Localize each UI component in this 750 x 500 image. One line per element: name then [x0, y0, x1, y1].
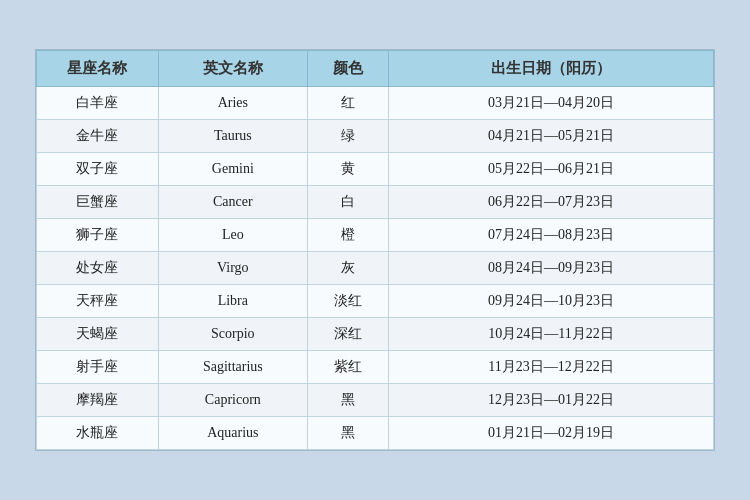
cell-english: Taurus — [158, 120, 307, 153]
cell-chinese: 射手座 — [37, 351, 159, 384]
cell-chinese: 处女座 — [37, 252, 159, 285]
cell-chinese: 巨蟹座 — [37, 186, 159, 219]
cell-color: 绿 — [307, 120, 388, 153]
table-row: 摩羯座Capricorn黑12月23日—01月22日 — [37, 384, 714, 417]
table-header-row: 星座名称 英文名称 颜色 出生日期（阳历） — [37, 51, 714, 87]
cell-chinese: 白羊座 — [37, 87, 159, 120]
cell-english: Gemini — [158, 153, 307, 186]
cell-color: 黑 — [307, 417, 388, 450]
table-row: 天蝎座Scorpio深红10月24日—11月22日 — [37, 318, 714, 351]
cell-english: Aquarius — [158, 417, 307, 450]
table-row: 射手座Sagittarius紫红11月23日—12月22日 — [37, 351, 714, 384]
cell-chinese: 双子座 — [37, 153, 159, 186]
cell-chinese: 摩羯座 — [37, 384, 159, 417]
table-row: 金牛座Taurus绿04月21日—05月21日 — [37, 120, 714, 153]
cell-english: Capricorn — [158, 384, 307, 417]
cell-color: 淡红 — [307, 285, 388, 318]
cell-color: 紫红 — [307, 351, 388, 384]
cell-date: 12月23日—01月22日 — [389, 384, 714, 417]
cell-date: 01月21日—02月19日 — [389, 417, 714, 450]
table-row: 双子座Gemini黄05月22日—06月21日 — [37, 153, 714, 186]
cell-english: Scorpio — [158, 318, 307, 351]
cell-color: 灰 — [307, 252, 388, 285]
zodiac-table-container: 星座名称 英文名称 颜色 出生日期（阳历） 白羊座Aries红03月21日—04… — [35, 49, 715, 451]
cell-english: Virgo — [158, 252, 307, 285]
cell-date: 04月21日—05月21日 — [389, 120, 714, 153]
cell-chinese: 水瓶座 — [37, 417, 159, 450]
cell-chinese: 天秤座 — [37, 285, 159, 318]
zodiac-table: 星座名称 英文名称 颜色 出生日期（阳历） 白羊座Aries红03月21日—04… — [36, 50, 714, 450]
table-row: 狮子座Leo橙07月24日—08月23日 — [37, 219, 714, 252]
cell-color: 深红 — [307, 318, 388, 351]
cell-date: 11月23日—12月22日 — [389, 351, 714, 384]
cell-english: Libra — [158, 285, 307, 318]
header-color: 颜色 — [307, 51, 388, 87]
table-row: 水瓶座Aquarius黑01月21日—02月19日 — [37, 417, 714, 450]
cell-english: Cancer — [158, 186, 307, 219]
cell-date: 09月24日—10月23日 — [389, 285, 714, 318]
header-date: 出生日期（阳历） — [389, 51, 714, 87]
cell-color: 红 — [307, 87, 388, 120]
table-row: 白羊座Aries红03月21日—04月20日 — [37, 87, 714, 120]
cell-date: 10月24日—11月22日 — [389, 318, 714, 351]
table-row: 巨蟹座Cancer白06月22日—07月23日 — [37, 186, 714, 219]
cell-color: 黑 — [307, 384, 388, 417]
cell-chinese: 金牛座 — [37, 120, 159, 153]
header-english: 英文名称 — [158, 51, 307, 87]
cell-chinese: 天蝎座 — [37, 318, 159, 351]
cell-date: 08月24日—09月23日 — [389, 252, 714, 285]
cell-english: Leo — [158, 219, 307, 252]
cell-english: Sagittarius — [158, 351, 307, 384]
cell-chinese: 狮子座 — [37, 219, 159, 252]
cell-english: Aries — [158, 87, 307, 120]
table-row: 处女座Virgo灰08月24日—09月23日 — [37, 252, 714, 285]
table-row: 天秤座Libra淡红09月24日—10月23日 — [37, 285, 714, 318]
cell-color: 黄 — [307, 153, 388, 186]
header-chinese: 星座名称 — [37, 51, 159, 87]
cell-date: 07月24日—08月23日 — [389, 219, 714, 252]
cell-color: 橙 — [307, 219, 388, 252]
cell-date: 03月21日—04月20日 — [389, 87, 714, 120]
cell-date: 06月22日—07月23日 — [389, 186, 714, 219]
cell-date: 05月22日—06月21日 — [389, 153, 714, 186]
cell-color: 白 — [307, 186, 388, 219]
